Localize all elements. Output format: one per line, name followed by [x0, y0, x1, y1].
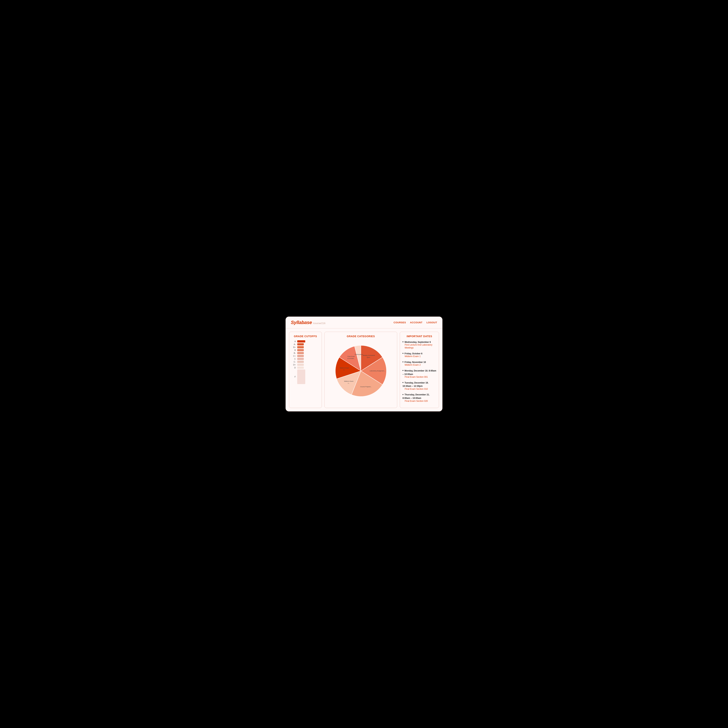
nav-logout[interactable]: LOGOUT — [427, 321, 437, 324]
grade-row: B — [292, 349, 319, 351]
bullet-dot — [402, 382, 404, 383]
grade-label: B — [292, 349, 296, 351]
nav-courses[interactable]: COURSES — [393, 321, 406, 324]
pie-label: Course Projects... — [360, 386, 372, 387]
grade-label: D+ — [292, 364, 296, 366]
date-link[interactable]: Final Exam Section 001 — [402, 376, 436, 379]
grade-bar — [297, 349, 304, 351]
grade-row: C- — [292, 361, 319, 363]
grade-bar — [297, 358, 304, 360]
bullet-dot — [402, 341, 404, 342]
grade-bar — [297, 340, 305, 343]
date-day-text: Thursday, December 21. 8:00am – 10:00am — [402, 393, 430, 399]
pie-label: Laboratory Assignmen... — [370, 370, 385, 372]
main-content: GRADE CUTOFFS AA-B+BB-C+CC-D+DF GRADE CA… — [286, 329, 442, 411]
nav-account[interactable]: ACCOUNT — [410, 321, 422, 324]
grade-label: C- — [292, 361, 296, 363]
date-day: Monday, December 18. 8:00am – 10:00am — [402, 369, 436, 376]
nav-links: COURSES ACCOUNT LOGOUT — [393, 321, 437, 324]
grade-label: A- — [292, 343, 296, 346]
grade-label: F — [292, 376, 296, 378]
date-item: Thursday, December 21. 8:00am – 10:00amF… — [402, 393, 436, 402]
date-link[interactable]: Final Exam Section 020 — [402, 400, 436, 403]
date-day-text: Tuesday, December 19. 10:30am – 12:30pm — [402, 381, 428, 387]
date-link[interactable]: First Lecture And Laboratory Meetings — [402, 344, 436, 349]
grade-label: D — [292, 367, 296, 369]
grade-label: A — [292, 340, 296, 343]
logo-path: /course/216 — [313, 322, 325, 324]
important-dates-panel: IMPORTANT DATES Wednesday, September 6Fi… — [400, 332, 439, 408]
grade-cutoffs-panel: GRADE CUTOFFS AA-B+BB-C+CC-D+DF — [289, 332, 322, 408]
date-item: Monday, December 18. 8:00am – 10:00amFin… — [402, 369, 436, 379]
grade-row: C — [292, 358, 319, 360]
date-day-text: Monday, December 18. 8:00am – 10:00am — [402, 370, 436, 376]
pie-label: Participation — [355, 353, 363, 355]
date-day: Friday, November 10 — [402, 360, 436, 364]
date-day: Thursday, December 21. 8:00am – 10:00am — [402, 393, 436, 399]
grade-categories-panel: GRADE CATEGORIES Weekly HomeworkQuiz...L… — [324, 332, 397, 408]
app-container: Syllabase /course/216 COURSES ACCOUNT LO… — [286, 317, 442, 411]
logo-text: Syllabase — [291, 320, 312, 325]
grade-bar — [297, 370, 305, 384]
grade-bars-container: AA-B+BB-C+CC-D+DF — [292, 340, 319, 384]
date-item: Tuesday, December 19. 10:30am – 12:30pmF… — [402, 381, 436, 391]
grade-bar — [297, 361, 304, 363]
grade-bar — [297, 355, 304, 357]
grade-label: C — [292, 358, 296, 360]
date-day-text: Friday, October 6 — [404, 352, 422, 355]
grade-bar — [297, 343, 304, 346]
important-dates-title: IMPORTANT DATES — [402, 335, 436, 338]
date-item: Friday, October 6Midterm Exam 1 — [402, 352, 436, 358]
bullet-dot — [402, 370, 404, 371]
grade-cutoffs-title: GRADE CUTOFFS — [292, 335, 319, 338]
date-link[interactable]: Final Exam Section 010 — [402, 388, 436, 391]
grade-row: D+ — [292, 364, 319, 366]
bullet-dot — [402, 361, 404, 362]
date-item: Wednesday, September 6First Lecture And … — [402, 340, 436, 349]
date-day-text: Friday, November 10 — [404, 361, 426, 364]
grade-row: A- — [292, 343, 319, 346]
date-day: Friday, October 6 — [402, 352, 436, 355]
grade-categories-title: GRADE CATEGORIES — [327, 335, 395, 338]
header: Syllabase /course/216 COURSES ACCOUNT LO… — [286, 317, 442, 329]
grade-row: A — [292, 340, 319, 343]
date-day: Wednesday, September 6 — [402, 340, 436, 344]
logo-area: Syllabase /course/216 — [291, 320, 325, 325]
pie-container: Weekly HomeworkQuiz...Laboratory Assignm… — [327, 340, 395, 402]
bullet-dot — [402, 353, 404, 354]
grade-bar — [297, 346, 304, 348]
grade-label: C+ — [292, 355, 296, 357]
dates-list: Wednesday, September 6First Lecture And … — [402, 340, 436, 403]
date-link[interactable]: Midterm Exam 1 — [402, 355, 436, 358]
date-day: Tuesday, December 19. 10:30am – 12:30pm — [402, 381, 436, 388]
pie-chart: Weekly HomeworkQuiz...Laboratory Assignm… — [332, 342, 390, 400]
grade-label: B+ — [292, 346, 296, 348]
date-day-text: Wednesday, September 6 — [404, 341, 431, 343]
grade-label: B- — [292, 352, 296, 354]
grade-row: B+ — [292, 346, 319, 348]
grade-row: B- — [292, 352, 319, 354]
grade-row: D — [292, 367, 319, 369]
grade-row: C+ — [292, 355, 319, 357]
grade-row: F — [292, 370, 319, 384]
grade-bar — [297, 352, 304, 354]
grade-bar — [297, 367, 304, 369]
date-link[interactable]: Midterm Exam 2 — [402, 364, 436, 367]
date-item: Friday, November 10Midterm Exam 2 — [402, 360, 436, 367]
bullet-dot — [402, 394, 404, 395]
grade-bar — [297, 364, 304, 366]
